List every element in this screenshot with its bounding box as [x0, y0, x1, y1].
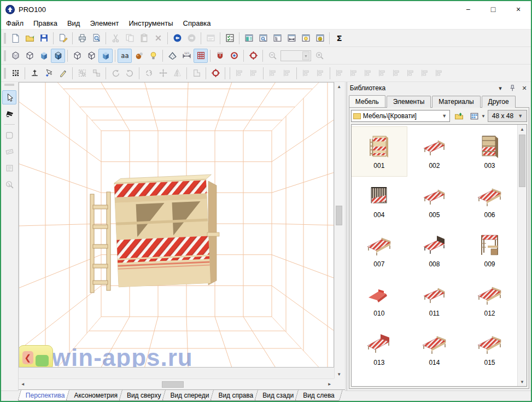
library-item[interactable]: 012 — [462, 275, 517, 324]
distribute-center-h[interactable] — [347, 66, 361, 80]
library-item[interactable]: 001 — [352, 127, 407, 176]
chevron-down-icon[interactable]: ▾ — [496, 84, 504, 92]
distribute-middle[interactable] — [389, 66, 404, 80]
origin[interactable] — [208, 66, 223, 80]
toolbar-grip[interactable] — [4, 68, 6, 79]
view-tab-view-front[interactable]: Вид спереди — [163, 390, 215, 401]
library-vscrollbar[interactable]: ▲ ▼ — [517, 125, 527, 386]
library-item[interactable]: 014 — [407, 324, 462, 373]
view-hidden-line[interactable] — [22, 49, 37, 63]
project-standards[interactable] — [223, 31, 237, 45]
clone-horizontal[interactable] — [299, 66, 313, 80]
rotate-right[interactable] — [122, 66, 137, 80]
center-view[interactable] — [246, 49, 260, 63]
hscroll-thumb[interactable] — [162, 381, 184, 388]
move[interactable] — [156, 66, 170, 80]
combo-arrow-icon[interactable]: ▾ — [302, 51, 309, 60]
structure-tool[interactable] — [2, 144, 16, 159]
undo[interactable] — [170, 31, 184, 45]
library-item[interactable]: 011 — [407, 275, 462, 324]
view-shaded-edges[interactable] — [51, 49, 65, 63]
scroll-left-icon[interactable]: ◄ — [19, 380, 27, 389]
toolbar-grip[interactable] — [4, 33, 6, 44]
library-item[interactable]: 002 — [407, 127, 462, 176]
lighting-window[interactable] — [299, 31, 313, 45]
view-tab-axonometry[interactable]: Аксонометрия — [67, 390, 124, 401]
rotate[interactable] — [142, 66, 156, 80]
print-preview[interactable] — [89, 31, 103, 45]
toolbar-grip[interactable] — [4, 50, 6, 61]
space-evenly-v[interactable] — [432, 66, 446, 80]
view-tab-perspective[interactable]: Перспектива — [19, 390, 72, 401]
folder-up-button[interactable] — [452, 110, 465, 122]
scroll-down-icon[interactable]: ▼ — [518, 377, 527, 386]
light[interactable] — [146, 49, 160, 63]
library-item[interactable]: 004 — [352, 176, 407, 225]
rotate-left[interactable] — [108, 66, 122, 80]
minimize-button[interactable]: − — [455, 1, 481, 18]
viewport-hscrollbar[interactable]: ◄ ► — [19, 378, 334, 389]
menu-edit[interactable]: Правка — [28, 18, 62, 28]
view-tab-view-left[interactable]: Вид слева — [296, 390, 341, 401]
ungroup[interactable] — [89, 66, 103, 80]
distribute-bottom[interactable] — [404, 66, 418, 80]
toolbar-grip[interactable] — [4, 84, 14, 86]
zoom-combo[interactable]: ▾ — [280, 50, 311, 61]
library-item[interactable]: 005 — [407, 176, 462, 225]
corner-join[interactable] — [189, 66, 203, 80]
library-vscroll-thumb[interactable] — [519, 135, 525, 187]
scroll-up-icon[interactable]: ▲ — [335, 82, 343, 91]
snap[interactable] — [213, 49, 227, 63]
new-document[interactable] — [8, 31, 22, 45]
library-item[interactable]: 010 — [352, 275, 407, 324]
viewport-3d[interactable]: win-apps.ru ❮ — [19, 82, 334, 368]
dimensions-window[interactable] — [284, 31, 299, 45]
view-sections[interactable] — [84, 49, 98, 63]
scroll-right-icon[interactable]: ► — [325, 380, 334, 389]
clone-vertical[interactable] — [313, 66, 328, 80]
show-dimensions[interactable] — [179, 49, 194, 63]
open[interactable] — [22, 31, 37, 45]
vscroll-thumb[interactable] — [336, 206, 342, 225]
panel-close-icon[interactable]: ✕ — [521, 84, 528, 92]
align-left[interactable] — [232, 66, 247, 80]
align-top[interactable] — [266, 66, 280, 80]
summary[interactable] — [332, 31, 346, 45]
combo-arrow-icon[interactable]: ▼ — [442, 113, 448, 119]
align-right[interactable] — [247, 66, 261, 80]
menu-view[interactable]: Вид — [62, 18, 85, 28]
library-item[interactable]: 003 — [462, 127, 517, 176]
library-item[interactable]: 015 — [462, 324, 517, 373]
library-item[interactable]: 013 — [352, 324, 407, 373]
menu-help[interactable]: Справка — [178, 18, 216, 28]
view-mode-button[interactable] — [467, 110, 481, 122]
library-item[interactable]: 006 — [462, 176, 517, 225]
show-grid[interactable] — [194, 49, 208, 63]
menu-element[interactable]: Элемент — [85, 18, 124, 28]
zoom-out[interactable] — [265, 49, 279, 63]
close-button[interactable]: × — [506, 1, 531, 18]
print[interactable] — [75, 31, 89, 45]
library-item[interactable]: 017 — [407, 373, 462, 386]
hatch-edit[interactable] — [165, 49, 179, 63]
group[interactable] — [75, 66, 89, 80]
library-item[interactable]: 009 — [462, 225, 517, 275]
report-window[interactable] — [242, 31, 256, 45]
library-tab-other[interactable]: Другое — [482, 96, 516, 108]
view-solid[interactable] — [98, 49, 113, 63]
menu-tools[interactable]: Инструменты — [124, 18, 178, 28]
antialiasing[interactable] — [118, 49, 132, 63]
paste[interactable] — [137, 31, 151, 45]
maximize-button[interactable]: □ — [481, 1, 506, 18]
distribute-top[interactable] — [375, 66, 389, 80]
page-edit[interactable] — [56, 31, 70, 45]
move-pointer[interactable] — [42, 66, 56, 80]
view-tab-view-top[interactable]: Вид сверху — [120, 390, 168, 401]
select-tool[interactable] — [2, 90, 16, 104]
viewport-vscrollbar[interactable]: ▲ ▼ — [334, 82, 344, 378]
zoom-select-tool[interactable] — [2, 177, 16, 191]
mirror[interactable] — [170, 66, 184, 80]
distribute-right[interactable] — [361, 66, 375, 80]
copy[interactable] — [122, 31, 137, 45]
preview-window[interactable] — [256, 31, 270, 45]
